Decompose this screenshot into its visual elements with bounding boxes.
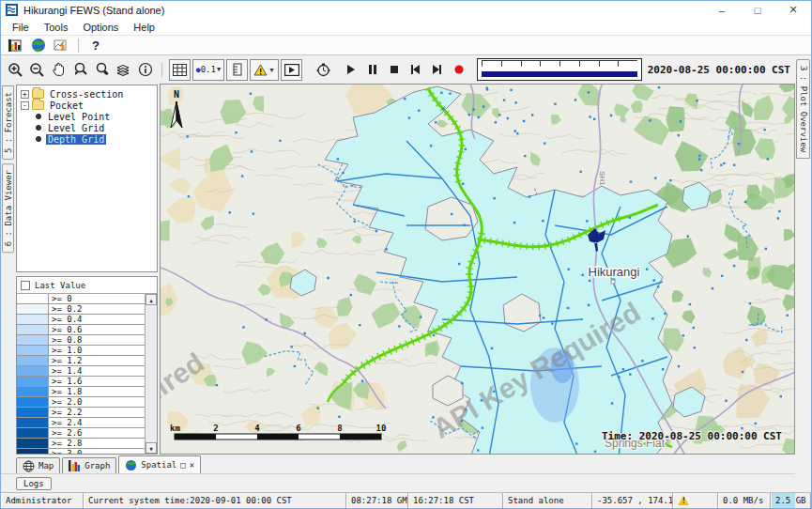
contour-interval-dropdown[interactable]: ●0.1▼ [192,59,224,81]
legend-row-label: >= 1.8 [49,387,145,396]
timeline-ruler [482,60,637,70]
tree-item-label[interactable]: Pocket [48,100,85,111]
tab-data-viewer[interactable]: 6 : Data Viewer [2,163,14,253]
spatial-map-view[interactable]: Hikurangi Springs Flat SH1 API Key Requi… [160,84,795,455]
tree-item-pocket[interactable]: - Pocket [21,100,157,111]
legend-row[interactable]: >= 2.4 [17,418,145,428]
zoom-previous-icon[interactable] [69,59,91,81]
record-button[interactable] [448,59,469,81]
tree-item-label[interactable]: Cross-section [48,89,125,100]
legend-row[interactable]: >= 0.2 [17,304,145,315]
svg-text:N: N [174,89,179,100]
status-warning-cell[interactable] [673,493,718,508]
legend-row[interactable]: >= 2.6 [17,428,145,439]
app-logo-icon [6,4,18,16]
stop-button[interactable] [383,59,405,81]
legend-swatch [17,294,49,303]
legend-row[interactable]: >= 1.0 [17,346,145,356]
tree-item-depth-grid[interactable]: Depth Grid [21,133,157,145]
tab-forecast[interactable]: 5 : Forecast [2,85,14,160]
legend-row[interactable]: >= 1.4 [17,366,145,377]
legend-row[interactable]: >= 2.8 [17,439,145,449]
skip-to-end-button[interactable] [426,59,448,81]
legend-row[interactable]: >= 0 [17,294,145,304]
minimize-button[interactable]: – [704,1,740,19]
tree-item-label[interactable]: Level Point [46,112,112,122]
legend-swatch [17,377,49,386]
svg-text:8: 8 [337,424,342,433]
town-label: Hikurangi [589,265,640,279]
data-display-icon[interactable] [5,37,27,54]
maximize-button[interactable]: □ [740,1,775,19]
legend-row[interactable]: >= 0.4 [17,315,145,325]
collapse-icon[interactable]: - [21,101,29,110]
menu-options[interactable]: Options [75,21,126,34]
legend-row[interactable]: >= 0.6 [17,325,145,335]
tab-graph[interactable]: Graph [62,457,116,473]
zoom-next-icon[interactable] [91,59,113,81]
spatial-display-icon[interactable] [27,37,50,54]
tab-close-icon[interactable]: ✕ [190,460,194,470]
animation-display-button[interactable] [281,59,302,81]
legend-swatch [17,366,49,376]
tree-item-label-selected[interactable]: Depth Grid [46,134,106,145]
legend-row[interactable]: >= 1.6 [17,377,145,387]
svg-text:6: 6 [296,424,300,433]
tree-item-label[interactable]: Level Grid [46,123,106,133]
legend-row-label: >= 2.2 [49,408,145,417]
scroll-down-icon[interactable]: ▼ [146,442,157,454]
close-button[interactable]: ✕ [775,1,811,19]
animation-settings-icon[interactable] [313,59,334,81]
timeline-slider[interactable] [477,58,642,81]
node-bullet-icon [36,136,41,142]
menu-help[interactable]: Help [126,21,162,34]
tab-spatial-active[interactable]: Spatial □ ✕ [118,455,201,473]
window-title: Hikurangi FEWS (Stand alone) [23,5,704,16]
last-value-checkbox[interactable] [21,281,30,290]
legend-row[interactable]: >= 2.2 [17,408,145,418]
menu-file[interactable]: File [5,21,37,34]
tab-map[interactable]: Map [16,457,60,473]
layers-icon[interactable] [113,59,134,81]
tree-item-level-grid[interactable]: Level Grid [21,122,157,133]
info-icon[interactable] [134,59,156,81]
profile-display-button[interactable] [226,59,248,81]
timeseries-import-icon[interactable] [50,37,72,54]
grid-display-button[interactable] [169,59,191,81]
skip-to-start-button[interactable] [405,59,426,81]
interval-value: 0.1 [201,65,216,74]
legend-swatch [17,335,49,345]
tab-label: Graph [84,461,110,470]
zoom-out-icon[interactable] [26,59,48,81]
legend-scrollbar[interactable]: ▲ ▼ [145,294,157,454]
legend-row[interactable]: >= 1.8 [17,387,145,397]
play-button[interactable] [340,59,361,81]
logs-button[interactable]: Logs [16,477,52,490]
legend-row[interactable]: >= 0.8 [17,335,145,346]
node-bullet-icon [36,125,41,131]
legend-row[interactable]: >= 3.0 [17,449,145,454]
menu-tools[interactable]: Tools [37,21,76,34]
legend-swatch [17,387,49,396]
legend-row[interactable]: >= 1.2 [17,356,145,366]
zoom-in-icon[interactable] [5,59,26,81]
pan-hand-icon[interactable] [48,59,69,81]
pause-button[interactable] [361,59,383,81]
app-window: Hikurangi FEWS (Stand alone) – □ ✕ File … [0,0,812,509]
legend-row-label: >= 1.2 [49,356,145,365]
legend-row-label: >= 0.4 [49,315,145,324]
tree-item-level-point[interactable]: Level Point [21,111,157,122]
status-gmt-time: 08:27:18 GMT [346,493,408,508]
legend-row[interactable]: >= 2.0 [17,397,145,408]
thresholds-dropdown[interactable]: ▼ [250,59,279,81]
expand-icon[interactable]: + [21,90,29,99]
help-button[interactable]: ? [84,39,107,53]
warning-icon [678,496,689,505]
tree-item-cross-section[interactable]: + Cross-section [21,88,157,100]
scroll-up-icon[interactable]: ▲ [146,294,157,305]
legend-row-label: >= 2.4 [49,418,145,427]
tab-plot-overview[interactable]: 3 : Plot Overview [796,59,810,159]
legend-swatch [17,325,49,334]
tab-maximize-icon[interactable]: □ [180,460,185,470]
svg-text:10: 10 [376,424,387,433]
